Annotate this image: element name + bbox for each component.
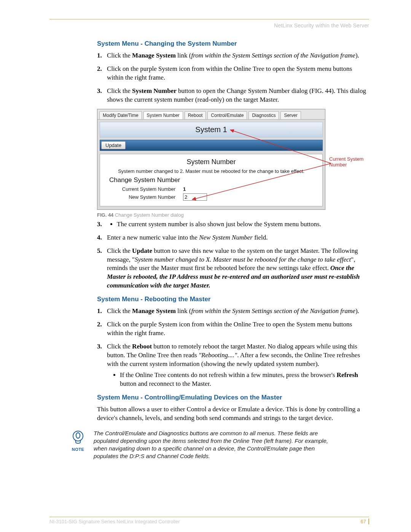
s1-step2: Click on the purple System icon from wit… [97,65,369,82]
txt: "Rebooting...." [199,351,237,359]
txt: link ( [176,52,191,59]
section2-title: System Menu - Rebooting the Master [97,296,369,303]
new-system-number-input[interactable] [183,193,207,201]
section3-title: System Menu - Controlling/Emulating Devi… [97,394,369,401]
txt: link ( [176,307,191,315]
page-number: 67 [361,519,369,524]
section3-para: This button allows a user to either Cont… [97,405,369,423]
current-system-number-value: 1 [183,186,186,192]
figure-44-caption: FIG. 44 Change System Number dialog [97,212,369,218]
section1-title: System Menu - Changing the System Number [97,40,369,48]
tab-control-emulate[interactable]: Control/Emulate [207,111,247,119]
system-title: System 1 [100,122,323,137]
current-system-number-label: Current System Number [118,186,175,192]
txt: System number changed to X. Master must … [135,256,351,263]
txt: ). [355,307,359,315]
tab-reboot[interactable]: Reboot [185,111,206,119]
txt: ). [355,52,359,59]
txt: Manage System [132,307,176,315]
s1-step5: Click the Update button to save this new… [97,247,369,291]
footer-product: NI-3101-SIG Signature Series NetLinx Int… [49,519,180,524]
page-header: NetLinx Security within the Web Server [49,22,369,29]
txt: Click the [107,343,132,350]
txt: field. [253,234,268,241]
txt: New System Number [199,234,253,241]
txt: Refresh [337,371,358,379]
txt: from within the System Settings section … [191,307,355,315]
tab-server[interactable]: Server [280,111,301,119]
callout-current-system-number: Current System Number [329,156,365,168]
txt: from within the System Settings section … [191,52,355,59]
tab-diagnostics[interactable]: Diagnostics [249,111,279,119]
s2-step1: Click the Manage System link (from withi… [97,307,369,316]
txt: If the Online Tree contents do not refre… [120,371,337,379]
figure-44: Modify Date/Time System Number Reboot Co… [97,109,325,210]
s1-step3: Click the System Number button to open t… [97,87,369,104]
panel-title: System Number [103,158,319,166]
note-label: NOTE [68,447,88,452]
s2-bullet: If the Online Tree contents do not refre… [120,371,369,388]
txt: Click the [107,87,132,94]
txt: Click the [107,52,132,59]
tab-modify-datetime[interactable]: Modify Date/Time [99,111,142,119]
new-system-number-label: New System Number [118,194,175,200]
txt: Update [132,247,152,254]
note-icon: NOTE [68,430,88,452]
txt: Reboot [132,343,152,350]
s2-step3: Click the Reboot button to remotely rebo… [97,342,369,388]
txt: button and reconnect to the Master. [120,380,211,387]
s1-step1: Click the Manage System link (from withi… [97,51,369,60]
txt: Click the [107,247,132,254]
txt: Change System Number dialog [113,212,183,218]
update-button[interactable]: Update [101,141,126,149]
txt: Click the [107,307,132,315]
tab-system-number[interactable]: System Number [143,111,183,119]
s2-step2: Click on the purple System icon from wit… [97,320,369,338]
txt: Enter a new numeric value into the [107,234,199,241]
s1-step4: Enter a new numeric value into the New S… [97,233,369,242]
panel-message: System number changed to 2. Master must … [103,168,319,174]
note-text: The Control/Emulate and Diagnostics butt… [94,430,337,460]
txt: Manage System [132,52,176,59]
s1-bullet1: The current system number is also shown … [117,220,369,229]
txt: System Number [132,87,177,94]
txt: FIG. 44 [97,212,113,218]
panel-subtitle: Change System Number [109,176,319,184]
